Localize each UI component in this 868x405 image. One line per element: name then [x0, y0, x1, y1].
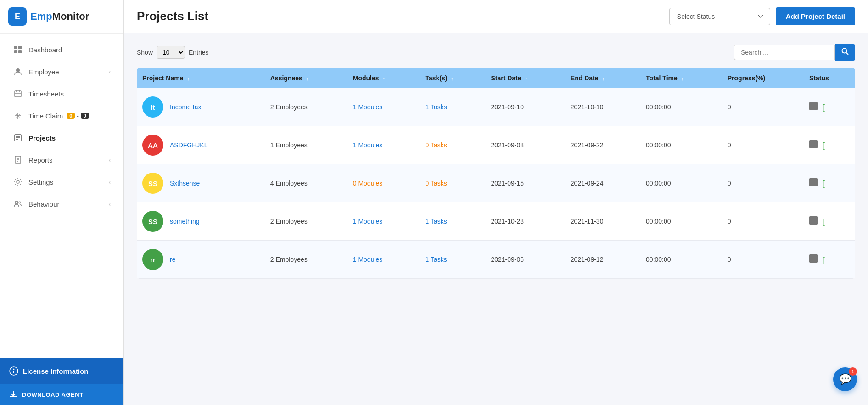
sidebar-item-dashboard[interactable]: Dashboard: [4, 39, 120, 60]
employee-arrow-icon: ‹: [109, 68, 111, 75]
table-row: AA ASDFGHJKL 1 Employees 1 Modules 0 Tas…: [137, 126, 855, 164]
header-actions: Select Status Active Inactive Completed …: [669, 7, 855, 25]
cell-start-date-0: 2021-09-10: [485, 88, 565, 126]
sidebar-item-reports[interactable]: Reports ‹: [4, 149, 120, 170]
col-status: Status: [804, 68, 855, 88]
cell-status-3: [: [804, 202, 855, 241]
search-button[interactable]: [835, 44, 855, 61]
entries-per-page-select[interactable]: 10 25 50 100: [157, 46, 185, 59]
cell-assignees-3: 2 Employees: [265, 202, 347, 241]
project-name-link-1[interactable]: ASDFGHJKL: [170, 141, 207, 149]
modules-link-1[interactable]: 1 Modules: [353, 141, 383, 149]
col-progress: Progress(%): [722, 68, 804, 88]
sidebar-item-timesheets-label: Timesheets: [28, 90, 64, 98]
main-content: Projects List Select Status Active Inact…: [124, 0, 868, 405]
cell-project-name-0: It Income tax: [137, 88, 265, 126]
cell-status-0: [: [804, 88, 855, 126]
action-bracket-2[interactable]: [: [822, 179, 825, 188]
col-assignees: Assignees ↑: [265, 68, 347, 88]
project-avatar-1: AA: [142, 135, 163, 156]
status-square-4[interactable]: [809, 254, 818, 263]
action-bracket-0[interactable]: [: [822, 103, 825, 112]
cell-project-name-4: rr re: [137, 241, 265, 279]
license-information-button[interactable]: License Information: [0, 358, 123, 384]
settings-icon: [13, 177, 23, 187]
svg-point-4: [16, 68, 20, 72]
svg-rect-13: [13, 371, 14, 373]
status-square-0[interactable]: [809, 102, 818, 110]
sidebar-item-settings[interactable]: Settings ‹: [4, 171, 120, 192]
tasks-link-3[interactable]: 1 Tasks: [425, 218, 447, 225]
modules-link-0[interactable]: 1 Modules: [353, 103, 383, 111]
svg-point-12: [13, 369, 15, 370]
action-bracket-4[interactable]: [: [822, 255, 825, 264]
sort-icon-end-date: ↑: [602, 76, 605, 81]
tasks-link-1[interactable]: 0 Tasks: [425, 141, 447, 149]
cell-end-date-0: 2021-10-10: [565, 88, 640, 126]
select-status-dropdown[interactable]: Select Status Active Inactive Completed …: [669, 8, 770, 25]
action-bracket-1[interactable]: [: [822, 141, 825, 150]
cell-assignees-2: 4 Employees: [265, 164, 347, 202]
table-row: SS Sxthsense 4 Employees 0 Modules 0 Tas…: [137, 164, 855, 202]
sidebar-item-timeclaim[interactable]: Time Claim 0 - 0: [4, 105, 120, 126]
tasks-link-2[interactable]: 0 Tasks: [425, 180, 447, 187]
tasks-link-4[interactable]: 1 Tasks: [425, 256, 447, 263]
timesheets-icon: [13, 89, 23, 99]
reports-arrow-icon: ‹: [109, 157, 111, 163]
svg-rect-3: [18, 50, 22, 53]
sort-icon-assignees: ↑: [306, 76, 309, 81]
download-agent-button[interactable]: DOWNLOAD AGENT: [0, 384, 123, 405]
modules-link-2[interactable]: 0 Modules: [353, 180, 383, 187]
cell-progress-3: 0: [722, 202, 804, 241]
page-title: Projects List: [137, 9, 208, 23]
status-square-2[interactable]: [809, 178, 818, 186]
project-name-link-2[interactable]: Sxthsense: [170, 180, 200, 187]
project-name-link-4[interactable]: re: [170, 256, 175, 263]
modules-link-3[interactable]: 1 Modules: [353, 218, 383, 225]
timeclaim-icon: [13, 111, 23, 121]
sidebar-item-settings-label: Settings: [28, 178, 53, 186]
behaviour-arrow-icon: ‹: [109, 201, 111, 208]
svg-rect-2: [14, 50, 17, 53]
sidebar-item-projects-label: Projects: [28, 134, 56, 142]
show-label: Show: [137, 49, 153, 56]
chat-fab-button[interactable]: 💬 1: [833, 367, 857, 391]
svg-rect-5: [15, 91, 21, 97]
sidebar-item-projects[interactable]: Projects: [4, 127, 120, 148]
projects-table-body: It Income tax 2 Employees 1 Modules 1 Ta…: [137, 88, 855, 279]
projects-table: Project Name ↑ Assignees ↑ Modules ↑ Tas…: [137, 68, 855, 279]
status-square-3[interactable]: [809, 216, 818, 225]
project-name-link-3[interactable]: something: [170, 218, 200, 225]
sort-icon-tasks: ↑: [451, 76, 454, 81]
sort-icon-project-name: ↑: [187, 76, 190, 81]
search-icon: [841, 48, 849, 55]
status-square-1[interactable]: [809, 140, 818, 148]
search-input[interactable]: [734, 45, 835, 60]
cell-total-time-1: 00:00:00: [640, 126, 722, 164]
sidebar-item-employee[interactable]: Employee ‹: [4, 61, 120, 82]
sidebar-item-behaviour-label: Behaviour: [28, 200, 60, 208]
add-project-detail-button[interactable]: Add Project Detail: [776, 7, 855, 25]
tasks-link-0[interactable]: 1 Tasks: [425, 103, 447, 111]
logo-icon: E: [8, 7, 27, 26]
sort-icon-start-date: ↑: [525, 76, 527, 81]
table-controls: Show 10 25 50 100 Entries: [137, 44, 855, 61]
action-bracket-3[interactable]: [: [822, 217, 825, 226]
cell-progress-4: 0: [722, 241, 804, 279]
cell-assignees-1: 1 Employees: [265, 126, 347, 164]
col-project-name: Project Name ↑: [137, 68, 265, 88]
timeclaim-badge2: 0: [81, 112, 89, 119]
sidebar-item-reports-label: Reports: [28, 156, 53, 164]
cell-total-time-0: 00:00:00: [640, 88, 722, 126]
table-header-row: Project Name ↑ Assignees ↑ Modules ↑ Tas…: [137, 68, 855, 88]
sidebar-item-timesheets[interactable]: Timesheets: [4, 83, 120, 104]
download-icon: [9, 390, 17, 399]
cell-end-date-1: 2021-09-22: [565, 126, 640, 164]
cell-assignees-0: 2 Employees: [265, 88, 347, 126]
col-total-time: Total Time ↑: [640, 68, 722, 88]
modules-link-4[interactable]: 1 Modules: [353, 256, 383, 263]
svg-rect-1: [18, 46, 22, 49]
project-name-link-0[interactable]: Income tax: [170, 103, 201, 111]
project-avatar-0: It: [142, 96, 163, 118]
sidebar-item-behaviour[interactable]: Behaviour ‹: [4, 193, 120, 214]
